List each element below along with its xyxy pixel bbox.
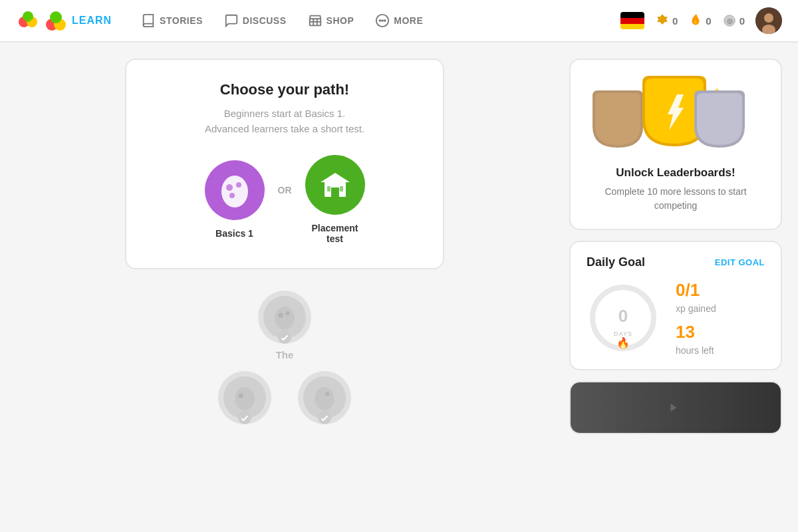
navigation: LEARN STORIES DISCUSS SHOP [0,0,798,43]
dg-body: 0 DAYS 🔥 0/1 xp gained 13 hours left [587,280,765,356]
lesson-node-1[interactable]: The [258,291,311,360]
svg-text:◎: ◎ [726,17,732,25]
svg-point-39 [238,411,251,424]
stories-label: STORIES [160,15,203,26]
path-options: Basics 1 OR [153,155,416,244]
lesson-node-2[interactable] [218,371,271,424]
egg-icon [217,170,252,210]
ad-card [569,381,782,434]
placement-option[interactable]: Placementtest [305,155,365,244]
svg-point-42 [318,411,331,424]
basics1-icon [205,160,265,220]
language-flag[interactable] [620,12,644,29]
choose-path-card: Choose your path! Beginners start at Bas… [125,59,444,269]
svg-point-20 [764,13,773,23]
gem-icon: ◎ [722,13,737,28]
bronze-shield [593,90,643,150]
main-layout: Choose your path! Beginners start at Bas… [0,43,798,434]
leaderboard-title: Unlock Leaderboards! [587,166,765,180]
svg-point-25 [229,193,235,198]
svg-point-23 [226,184,233,191]
svg-point-35 [285,311,289,315]
svg-point-3 [21,19,27,25]
building-icon [318,168,352,202]
gems-count: 0 [739,15,745,27]
dg-stats: 0/1 xp gained 13 hours left [676,280,716,356]
play-icon [668,402,679,413]
dg-header: Daily Goal EDIT GOAL [587,255,765,269]
svg-point-33 [275,307,294,330]
svg-rect-30 [327,186,331,192]
svg-rect-14 [620,12,644,18]
dg-hours-label: hours left [676,345,716,356]
nav-right: 0 0 ◎ 0 [620,7,782,34]
more-label: MORE [394,15,423,26]
dg-edit-button[interactable]: EDIT GOAL [715,257,765,267]
leaderboard-card: Unlock Leaderboards! Complete 10 more le… [569,59,782,230]
user-avatar[interactable] [755,7,782,34]
svg-rect-28 [331,188,335,197]
dg-circle-number: 0 [618,306,628,327]
placement-label: Placementtest [311,223,358,244]
basics1-label: Basics 1 [215,228,253,239]
placement-icon [305,155,365,215]
svg-point-13 [384,20,386,21]
svg-point-11 [380,20,381,21]
path-card-subtitle: Beginners start at Basics 1. Advanced le… [153,106,416,136]
logo-text: LEARN [72,15,112,27]
svg-point-41 [325,392,329,396]
right-column: Unlock Leaderboards! Complete 10 more le… [569,59,782,434]
nav-discuss[interactable]: DISCUSS [216,8,295,33]
lingots-icon [655,13,670,28]
svg-point-4 [29,19,35,25]
dg-fire-icon: 🔥 [616,336,630,349]
nav-items: STORIES DISCUSS SHOP [133,8,599,33]
silver-shield [694,90,745,150]
lingots-stat[interactable]: 0 [655,13,678,28]
node-circle-1 [258,291,311,344]
nav-more[interactable]: MORE [367,8,431,33]
lingots-count: 0 [672,15,678,27]
svg-point-38 [239,393,243,398]
shields-container [587,76,765,156]
nav-shop[interactable]: SHOP [300,8,362,33]
svg-point-40 [315,387,334,410]
gems-stat[interactable]: ◎ 0 [722,13,745,28]
svg-point-36 [278,331,291,344]
logo[interactable]: LEARN [16,9,112,33]
svg-point-24 [236,182,241,188]
svg-rect-29 [335,188,339,197]
svg-rect-31 [340,186,343,192]
node-row-2 [218,371,351,424]
discuss-label: DISCUSS [243,15,287,26]
dg-title: Daily Goal [587,255,645,269]
svg-marker-27 [321,173,350,182]
streak-stat[interactable]: 0 [688,13,711,28]
discuss-icon [224,13,239,28]
svg-marker-44 [670,404,676,412]
or-divider: OR [278,185,292,196]
fire-icon [688,13,703,28]
svg-point-5 [25,14,31,19]
ad-placeholder [571,382,781,433]
book-icon [141,13,156,28]
svg-point-8 [50,11,62,23]
basics1-option[interactable]: Basics 1 [205,160,265,239]
svg-point-37 [235,387,254,410]
left-column: Choose your path! Beginners start at Bas… [16,59,553,424]
svg-rect-16 [620,24,644,29]
node-label-1: The [276,349,294,360]
lesson-node-3[interactable] [298,371,351,424]
shop-icon [308,13,323,28]
svg-point-22 [221,176,248,207]
leaderboard-subtitle: Complete 10 more lessons to start compet… [587,185,765,213]
svg-point-12 [382,20,383,21]
logo-icon [16,9,40,33]
dg-progress-circle: 0 DAYS 🔥 [587,281,660,354]
daily-goal-card: Daily Goal EDIT GOAL 0 DAYS 🔥 0/1 [569,241,782,370]
node-circle-2 [218,371,271,424]
node-circle-3 [298,371,351,424]
lesson-nodes: The [16,291,553,424]
path-card-title: Choose your path! [153,81,416,98]
nav-stories[interactable]: STORIES [133,8,211,33]
